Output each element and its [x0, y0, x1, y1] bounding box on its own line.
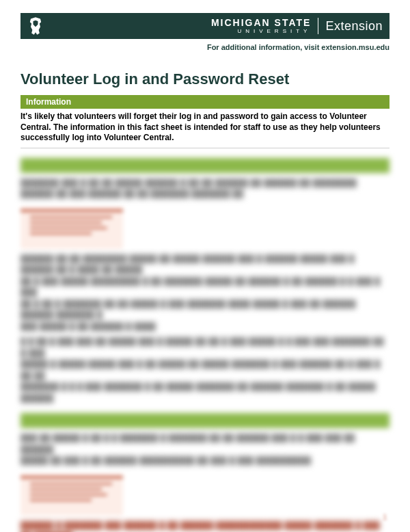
blurred-text: ███ ██ █████ █ ██ █ █ ███████ █ ███████ … [20, 432, 390, 466]
brand-extension: Extension [318, 19, 383, 34]
brand-wordmark: MICHIGAN STATE UNIVERSITY [211, 18, 318, 34]
spartan-logo-icon [26, 16, 45, 36]
page-title: Volunteer Log in and Password Reset [20, 70, 390, 88]
section-header-blurred-2 [20, 413, 390, 428]
header-banner: MICHIGAN STATE UNIVERSITY Extension [20, 13, 390, 39]
blurred-text: ███████ ███ █ ██ ██ █████ ██████ █ ██ ██… [20, 177, 390, 200]
intro-paragraph: It's likely that volunteers will forget … [20, 111, 390, 148]
subhead-link-text: For additional information, visit extens… [20, 43, 390, 51]
page-number: 1 [383, 514, 387, 521]
blurred-screenshot-2 [20, 473, 123, 516]
brand-bottom-line: UNIVERSITY [211, 29, 311, 34]
brand-lockup: MICHIGAN STATE UNIVERSITY Extension [211, 18, 383, 34]
section-header-blurred-1 [20, 158, 390, 173]
section-header-information: Information [20, 95, 390, 109]
blurred-text: █ █ ██ █ ███ ███ ██ █████ ███ █ █████ ██… [20, 336, 390, 403]
brand-top-line: MICHIGAN STATE [211, 18, 311, 27]
blurred-text: ██████ ██ ██ ████████ █████ ██ █████ ███… [20, 253, 390, 332]
blurred-text: ██████ █ ███████ ███ ██████ █ ██ ██████ … [20, 520, 390, 532]
document-page: MICHIGAN STATE UNIVERSITY Extension For … [0, 0, 410, 532]
blurred-screenshot-1 [20, 207, 123, 249]
